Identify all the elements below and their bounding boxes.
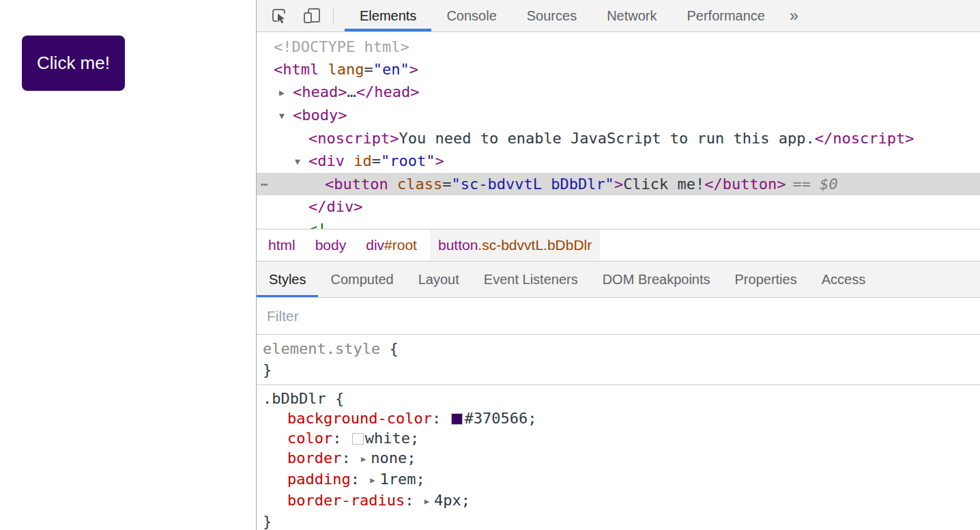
breadcrumb-item-button-sc-bdvvtl-bdbdlr[interactable]: button.sc-bdvvtL.bDbDlr (430, 229, 600, 261)
code-token: <!DOCTYPE html> (274, 38, 409, 55)
code-token: <button (325, 176, 388, 193)
property-name[interactable]: padding (287, 471, 351, 488)
click-me-button[interactable]: Click me! (22, 36, 125, 91)
property-colon: : (341, 449, 360, 466)
code-token: <body> (293, 107, 347, 124)
tab-sources[interactable]: Sources (512, 0, 592, 31)
css-property-border[interactable]: border: ▶none; (263, 448, 980, 469)
property-colon: : (405, 492, 423, 509)
color-swatch[interactable] (352, 433, 364, 445)
css-rule-element-style: element.style {} (257, 335, 980, 385)
crumb-tag: html (268, 237, 296, 253)
code-token: </button> (704, 176, 786, 193)
styles-filter-row (257, 298, 980, 335)
tab-performance[interactable]: Performance (672, 0, 781, 31)
tab-network[interactable]: Network (592, 0, 672, 31)
tab-elements[interactable]: Elements (345, 0, 431, 31)
tree-node[interactable]: <!DOCTYPE html> (257, 36, 980, 58)
styles-tab-access[interactable]: Access (809, 262, 878, 297)
code-token: .bDbDlr { (263, 390, 344, 407)
styles-tab-computed[interactable]: Computed (318, 262, 405, 297)
code-token: "en" (373, 61, 409, 78)
code-token: class (388, 176, 442, 193)
property-value[interactable]: #370566 (464, 410, 528, 427)
property-expand-arrow-icon[interactable]: ▶ (424, 497, 429, 506)
css-closing-brace: } (263, 359, 980, 380)
code-token: </head> (356, 83, 420, 100)
styles-filter-input[interactable] (267, 308, 970, 324)
styles-pane: element.style {}.bDbDlr {background-colo… (257, 335, 980, 530)
property-value[interactable]: none (371, 449, 407, 466)
color-swatch[interactable] (451, 413, 463, 425)
brace: } (263, 361, 272, 378)
node-menu-dots-icon[interactable]: ⋯ (261, 173, 269, 195)
devtools-toolbar: ElementsConsoleSourcesNetworkPerformance… (257, 0, 980, 32)
property-expand-arrow-icon[interactable]: ▶ (361, 454, 366, 464)
property-semicolon: ; (528, 410, 536, 427)
property-expand-arrow-icon[interactable]: ▶ (370, 475, 375, 485)
crumb-qualifier: .sc-bdvvtL.bDbDlr (478, 237, 592, 253)
tree-node[interactable]: ⋯<button class="sc-bdvvtL bDbDlr">Click … (257, 173, 980, 195)
tree-node[interactable]: ▼<div id="root"> (257, 150, 980, 173)
property-semicolon: ; (407, 449, 416, 466)
browser-window: Click me! ElementsConsoleSourcesNetworkP… (0, 0, 980, 530)
code-token: element.style (263, 340, 380, 357)
property-semicolon: ; (416, 471, 424, 488)
brace: } (263, 513, 272, 530)
tree-node[interactable]: <html lang="en"> (257, 58, 980, 81)
tree-node[interactable]: ▼<body> (257, 104, 980, 127)
code-token: > (435, 152, 444, 169)
tree-node[interactable]: <noscript>You need to enable JavaScript … (257, 127, 980, 150)
tree-node[interactable]: <!-- (257, 218, 980, 229)
property-colon: : (332, 430, 351, 447)
code-token: </div> (308, 198, 362, 215)
code-token: <head> (293, 83, 347, 100)
breadcrumb-item-div-root[interactable]: div#root (359, 229, 424, 261)
code-token: = (372, 152, 381, 169)
code-token: == $0 (793, 176, 838, 193)
breadcrumb-item-body[interactable]: body (308, 229, 354, 261)
property-value[interactable]: 1rem (379, 471, 416, 488)
property-value[interactable]: white (365, 430, 410, 447)
crumb-qualifier: #root (384, 237, 417, 253)
property-name[interactable]: border-radius (287, 492, 405, 509)
property-value[interactable]: 4px (434, 492, 461, 509)
collapse-arrow-icon[interactable]: ▼ (279, 104, 293, 127)
device-toolbar-icon[interactable] (302, 5, 322, 26)
css-selector-line[interactable]: element.style { (263, 338, 980, 359)
code-token: = (442, 176, 451, 193)
css-closing-brace: } (263, 512, 980, 530)
styles-tab-layout[interactable]: Layout (406, 262, 472, 297)
main-tab-bar: ElementsConsoleSourcesNetworkPerformance (345, 0, 780, 31)
breadcrumb-item-html[interactable]: html (261, 229, 302, 261)
property-name[interactable]: color (287, 430, 332, 447)
tree-node[interactable]: ▶<head>…</head> (257, 81, 980, 104)
code-token: lang (319, 61, 364, 78)
styles-tab-styles[interactable]: Styles (257, 262, 318, 297)
code-token: = (364, 61, 373, 78)
rendered-page: Click me! (0, 0, 256, 530)
styles-tab-dom-breakpoints[interactable]: DOM Breakpoints (590, 262, 723, 297)
css-property-color[interactable]: color: white; (263, 428, 980, 448)
crumb-tag: div (366, 237, 384, 253)
code-token: <noscript> (308, 130, 399, 147)
styles-tab-event-listeners[interactable]: Event Listeners (472, 262, 590, 297)
collapse-arrow-icon[interactable]: ▼ (295, 150, 308, 173)
property-name[interactable]: background-color (287, 410, 432, 427)
code-token: <!-- (308, 221, 345, 229)
more-tabs-icon[interactable]: » (790, 7, 798, 25)
css-property-border-radius[interactable]: border-radius: ▶4px; (263, 490, 980, 512)
toolbar-separator (333, 7, 334, 25)
code-token: You need to enable JavaScript to run thi… (399, 130, 814, 147)
expand-arrow-icon[interactable]: ▶ (279, 81, 293, 104)
tab-console[interactable]: Console (431, 0, 511, 31)
property-name[interactable]: border (287, 449, 341, 466)
css-selector-line[interactable]: .bDbDlr { (263, 389, 980, 408)
inspect-element-icon[interactable] (269, 5, 289, 26)
css-property-background-color[interactable]: background-color: #370566; (263, 408, 980, 428)
breadcrumb: htmlbodydiv#rootbutton.sc-bdvvtL.bDbDlr (257, 229, 980, 262)
styles-tab-properties[interactable]: Properties (723, 262, 809, 297)
css-property-padding[interactable]: padding: ▶1rem; (263, 469, 980, 490)
tree-node[interactable]: </div> (257, 195, 980, 218)
code-token: { (380, 340, 399, 357)
